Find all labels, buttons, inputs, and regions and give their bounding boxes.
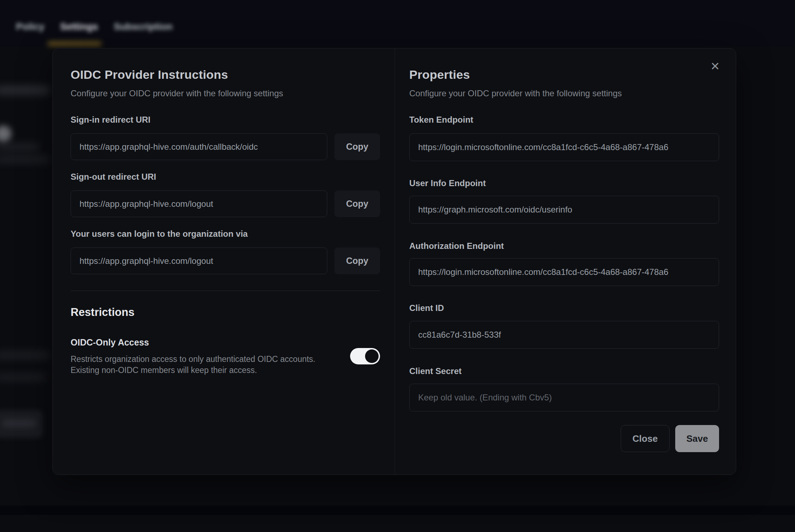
token-endpoint-input[interactable]	[409, 133, 719, 161]
blurred-background-button-label	[2, 419, 36, 427]
signout-redirect-uri-label: Sign-out redirect URI	[71, 172, 156, 182]
authorization-endpoint-input[interactable]	[409, 258, 719, 286]
tab-settings[interactable]: Settings	[60, 21, 98, 32]
user-info-endpoint-input[interactable]	[409, 196, 719, 224]
oidc-provider-modal: ✕ OIDC Provider Instructions Configure y…	[52, 48, 736, 475]
signin-redirect-uri-label: Sign-in redirect URI	[71, 115, 150, 125]
instructions-subtitle: Configure your OIDC provider with the fo…	[71, 88, 283, 98]
instructions-title: OIDC Provider Instructions	[71, 68, 228, 82]
signin-redirect-uri-row: Copy	[71, 133, 380, 160]
tab-subscription[interactable]: Subscription	[114, 21, 173, 32]
copy-button[interactable]: Copy	[334, 133, 380, 160]
blurred-background-text	[0, 373, 46, 381]
oidc-only-access-description: Restricts organization access to only au…	[71, 354, 320, 376]
signout-redirect-uri-row: Copy	[71, 190, 380, 217]
organization-login-uri-row: Copy	[71, 247, 380, 274]
close-button[interactable]: Close	[621, 425, 670, 452]
description-line: Restricts organization access to only au…	[71, 354, 320, 365]
blurred-background-text	[0, 351, 50, 359]
authorization-endpoint-label: Authorization Endpoint	[409, 241, 504, 251]
user-info-endpoint-label: User Info Endpoint	[409, 178, 486, 188]
description-line: Existing non-OIDC members will keep thei…	[71, 365, 320, 376]
background-footer-band	[0, 506, 795, 515]
blurred-background-avatar	[0, 126, 11, 142]
active-tab-underline	[47, 42, 102, 46]
modal-footer: Close Save	[409, 425, 719, 452]
signin-redirect-uri-input[interactable]	[71, 133, 327, 160]
organization-login-uri-label: Your users can login to the organization…	[71, 229, 248, 239]
client-id-input[interactable]	[409, 321, 719, 349]
blurred-background-text	[0, 155, 50, 163]
section-divider	[71, 291, 380, 291]
modal-column-divider	[395, 48, 395, 475]
oidc-only-toggle[interactable]	[350, 348, 380, 364]
properties-title: Properties	[409, 68, 470, 82]
token-endpoint-label: Token Endpoint	[409, 115, 473, 125]
copy-button[interactable]: Copy	[334, 190, 380, 217]
organization-login-uri-input[interactable]	[71, 247, 327, 274]
background-tab-bar: Policy Settings Subscription	[0, 0, 795, 46]
properties-column: Properties Configure your OIDC provider …	[409, 48, 719, 475]
blurred-background-text	[0, 143, 39, 150]
properties-subtitle: Configure your OIDC provider with the fo…	[409, 88, 622, 98]
tab-policy[interactable]: Policy	[16, 21, 45, 32]
instructions-column: OIDC Provider Instructions Configure you…	[71, 48, 380, 475]
restrictions-title: Restrictions	[71, 306, 134, 319]
client-id-label: Client ID	[409, 303, 444, 313]
oidc-only-access-label: OIDC-Only Access	[71, 337, 149, 348]
background-tabs: Policy Settings Subscription	[16, 21, 173, 32]
blurred-background-text	[0, 86, 50, 95]
copy-button[interactable]: Copy	[334, 247, 380, 274]
signout-redirect-uri-input[interactable]	[71, 190, 327, 217]
screen: Policy Settings Subscription ✕ OIDC Prov…	[0, 0, 795, 532]
client-secret-input[interactable]	[409, 384, 719, 411]
toggle-knob	[365, 349, 379, 363]
save-button[interactable]: Save	[675, 425, 719, 452]
client-secret-label: Client Secret	[409, 366, 462, 376]
